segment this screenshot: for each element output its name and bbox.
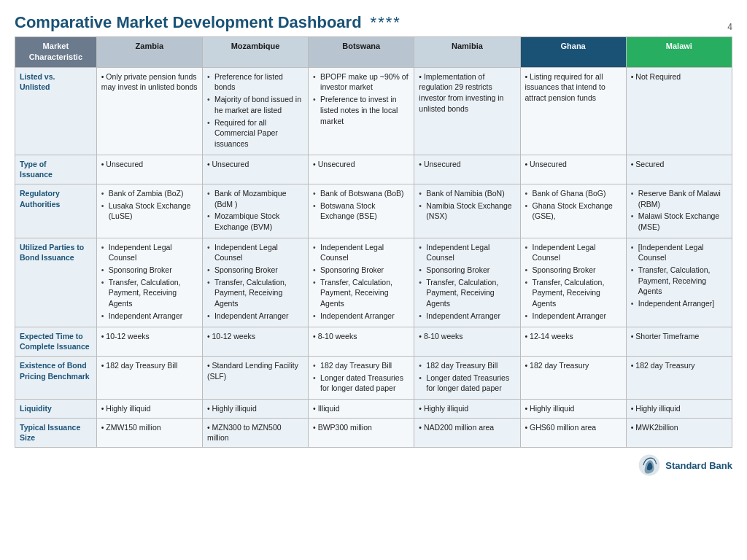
table-cell: Reserve Bank of Malawi (RBM)Malawi Stock…	[626, 184, 732, 238]
list-item: Majority of bond issued in he market are…	[207, 94, 303, 115]
table-cell: • Illiquid	[309, 399, 414, 418]
comparison-table: Market Characteristic Zambia Mozambique …	[15, 36, 732, 448]
list-item: Independent Legal Counsel	[101, 242, 198, 263]
cell-value: • Highly illiquid	[207, 404, 257, 413]
standard-bank-icon	[638, 454, 661, 477]
col-ghana: Ghana	[520, 37, 626, 68]
table-cell: • 8-10 weeks	[309, 327, 414, 356]
table-cell: • GHS60 million area	[520, 418, 626, 447]
list-item: Independent Arranger	[419, 311, 515, 322]
header: Comparative Market Development Dashboard…	[15, 13, 732, 32]
cell-value: • GHS60 million area	[525, 423, 597, 432]
table-cell: • 10-12 weeks	[96, 327, 202, 356]
list-item: Independent Arranger	[101, 311, 198, 322]
table-cell: • 10-12 weeks	[202, 327, 308, 356]
list-item: Sponsoring Broker	[101, 265, 198, 276]
cell-value: • Only private pension funds may invest …	[101, 72, 198, 92]
table-cell: Bank of Ghana (BoG)Ghana Stock Exchange …	[520, 184, 626, 238]
cell-value: • 182 day Treasury	[525, 361, 589, 370]
table-cell: • 12-14 weeks	[520, 327, 626, 356]
cell-value: • Unsecured	[525, 160, 567, 168]
cell-value: • 8-10 weeks	[419, 332, 462, 341]
list-item: Sponsoring Broker	[525, 265, 622, 276]
table-row: Typical Issuance Size• ZMW150 million• M…	[15, 418, 732, 447]
cell-value: • Highly illiquid	[631, 404, 681, 413]
list-item: BPOPF make up ~90% of investor market	[313, 71, 409, 93]
list-item: Independent Legal Counsel	[207, 242, 303, 263]
row-label: Type of Issuance	[15, 155, 97, 184]
list-item: Longer dated Treasuries for longer dated…	[419, 373, 515, 394]
list-item: Required for all Commercial Paper issuan…	[207, 117, 303, 149]
table-cell: • Highly illiquid	[520, 399, 626, 418]
standard-bank-label: Standard Bank	[665, 460, 732, 471]
row-label: Listed vs. Unlisted	[15, 67, 97, 155]
table-cell: • BWP300 million	[309, 418, 414, 447]
table-cell: Independent Legal CounselSponsoring Brok…	[520, 238, 626, 327]
table-row: Existence of Bond Pricing Benchmark• 182…	[15, 356, 732, 399]
table-cell: Bank of Botswana (BoB)Botswana Stock Exc…	[309, 184, 414, 238]
list-item: Namibia Stock Exchange (NSX)	[419, 201, 515, 222]
row-label: Existence of Bond Pricing Benchmark	[15, 356, 97, 399]
table-cell: • Listing required for all issuances tha…	[520, 67, 626, 155]
list-item: Independent Arranger	[313, 311, 409, 322]
list-item: 182 day Treasury Bill	[313, 360, 409, 371]
table-cell: • Unsecured	[202, 155, 308, 184]
list-item: Bank of Botswana (BoB)	[313, 188, 409, 199]
table-cell: • NAD200 million area	[414, 418, 520, 447]
table-cell: • 8-10 weeks	[414, 327, 520, 356]
list-item: Longer dated Treasuries for longer dated…	[313, 373, 409, 394]
col-zambia: Zambia	[96, 37, 202, 68]
list-item: Reserve Bank of Malawi (RBM)	[631, 188, 727, 209]
list-item: Bank of Zambia (BoZ)	[101, 188, 198, 199]
cell-value: • Unsecured	[313, 160, 355, 168]
table-cell: 182 day Treasury BillLonger dated Treasu…	[414, 356, 520, 399]
header-row: Market Characteristic Zambia Mozambique …	[15, 37, 732, 68]
list-item: Independent Legal Counsel	[525, 242, 622, 263]
list-item: Sponsoring Broker	[419, 265, 515, 276]
table-cell: • Unsecured	[520, 155, 626, 184]
list-item: Sponsoring Broker	[313, 265, 409, 276]
list-item: Bank of Ghana (BoG)	[525, 188, 622, 199]
table-row: Regulatory AuthoritiesBank of Zambia (Bo…	[15, 184, 732, 238]
list-item: Independent Legal Counsel	[419, 242, 515, 263]
table-cell: Independent Legal CounselSponsoring Brok…	[414, 238, 520, 327]
table-row: Utilized Parties to Bond IssuanceIndepen…	[15, 238, 732, 327]
cell-value: • Unsecured	[207, 160, 249, 168]
cell-value: • 8-10 weeks	[313, 332, 357, 341]
list-item: Transfer, Calculation, Payment, Receivin…	[101, 277, 198, 309]
table-cell: • 182 day Treasury	[520, 356, 626, 399]
table-cell: • 182 day Treasury Bill	[96, 356, 202, 399]
table-cell: • Unsecured	[309, 155, 414, 184]
cell-value: • NAD200 million area	[419, 423, 494, 432]
table-row: Expected Time to Complete Issuance• 10-1…	[15, 327, 732, 356]
table-cell: • Unsecured	[96, 155, 202, 184]
table-cell: Independent Legal CounselSponsoring Brok…	[96, 238, 202, 327]
cell-value: • MZN300 to MZN500 million	[207, 423, 282, 443]
row-label: Utilized Parties to Bond Issuance	[15, 238, 97, 327]
list-item: [Independent Legal Counsel	[631, 242, 727, 263]
cell-value: • Highly illiquid	[525, 404, 575, 413]
list-item: Mozambique Stock Exchange (BVM)	[207, 211, 303, 232]
table-cell: • Implementation of regulation 29 restri…	[414, 67, 520, 155]
table-cell: Independent Legal CounselSponsoring Brok…	[309, 238, 414, 327]
cell-value: • 12-14 weeks	[525, 332, 573, 341]
cell-value: • Highly illiquid	[101, 404, 151, 413]
list-item: Independent Legal Counsel	[313, 242, 409, 263]
table-row: Liquidity• Highly illiquid• Highly illiq…	[15, 399, 732, 418]
table-cell: • MWK2billion	[626, 418, 732, 447]
list-item: Lusaka Stock Exchange (LuSE)	[101, 201, 198, 222]
page-title: Comparative Market Development Dashboard	[15, 13, 362, 32]
table-cell: [Independent Legal CounselTransfer, Calc…	[626, 238, 732, 327]
list-item: Malawi Stock Exchange (MSE)	[631, 211, 727, 232]
cell-value: • Listing required for all issuances tha…	[525, 72, 605, 102]
table-cell: Independent Legal CounselSponsoring Brok…	[202, 238, 308, 327]
row-label: Expected Time to Complete Issuance	[15, 327, 97, 356]
standard-bank-logo: Standard Bank	[638, 454, 732, 477]
table-body: Listed vs. Unlisted• Only private pensio…	[15, 67, 732, 447]
footer: Standard Bank	[15, 454, 732, 477]
table-cell: Preference for listed bondsMajority of b…	[202, 67, 308, 155]
cell-value: • 10-12 weeks	[207, 332, 255, 341]
list-item: Bank of Namibia (BoN)	[419, 188, 515, 199]
col-namibia: Namibia	[414, 37, 520, 68]
table-cell: • ZMW150 million	[96, 418, 202, 447]
